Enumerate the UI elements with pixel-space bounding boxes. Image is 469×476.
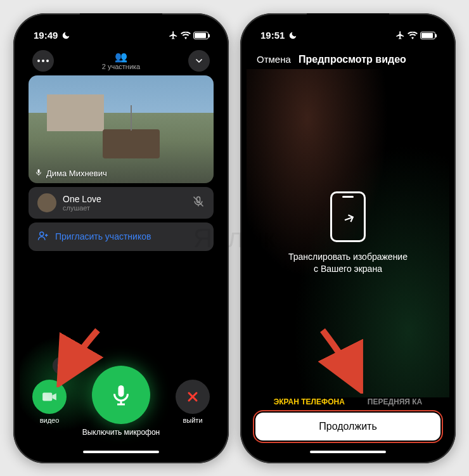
video-source-tabs: ЭКРАН ТЕЛЕФОНА ПЕРЕДНЯЯ КА — [247, 397, 449, 413]
tab-front-camera[interactable]: ПЕРЕДНЯЯ КА — [368, 397, 422, 406]
leave-call-button[interactable] — [176, 380, 210, 414]
status-time: 19:49 — [34, 30, 58, 41]
avatar — [37, 193, 56, 212]
mic-button-label: Выключить микрофон — [32, 428, 210, 437]
more-options-button[interactable] — [32, 50, 54, 72]
self-participant-name: Дима Михневич — [46, 169, 107, 178]
preview-header: Отмена Предпросмотр видео — [247, 48, 449, 69]
video-button-label: видео — [40, 416, 60, 424]
mic-indicator-icon — [35, 169, 42, 178]
people-icon: 👥 — [102, 51, 140, 63]
call-header: 👥 2 участника — [20, 48, 222, 75]
svg-rect-0 — [38, 169, 40, 173]
do-not-disturb-icon — [288, 31, 297, 40]
preview-title: Предпросмотр видео — [266, 54, 439, 65]
self-video-tile[interactable]: Дима Михневич — [29, 75, 214, 183]
cast-text-line1: Транслировать изображение — [288, 251, 408, 263]
screen-call: 19:49 👥 2 участника — [20, 20, 222, 457]
video-button[interactable] — [32, 380, 67, 414]
tab-phone-screen[interactable]: ЭКРАН ТЕЛЕФОНА — [274, 397, 345, 406]
svg-rect-3 — [42, 392, 52, 401]
participants-count: 2 участника — [102, 63, 140, 70]
participants-info[interactable]: 👥 2 участника — [102, 51, 140, 70]
battery-icon — [193, 32, 209, 39]
svg-rect-4 — [119, 385, 124, 397]
phone-left: 19:49 👥 2 участника — [13, 13, 229, 463]
switch-camera-button[interactable] — [53, 357, 70, 375]
leave-button-label: выйти — [183, 416, 202, 424]
continue-button[interactable]: Продолжить — [255, 413, 440, 441]
participant-name: One Love — [63, 194, 186, 204]
home-indicator[interactable] — [83, 451, 159, 453]
airplane-mode-icon — [169, 30, 178, 40]
airplane-mode-icon — [395, 30, 405, 40]
wifi-icon — [408, 32, 418, 39]
call-controls: видео выйти Выключить микрофон — [20, 366, 222, 451]
participant-row[interactable]: One Love слушает — [29, 187, 214, 219]
notch — [307, 13, 389, 30]
status-time: 19:51 — [260, 30, 285, 41]
wifi-icon — [181, 32, 191, 39]
invite-label: Пригласить участников — [55, 231, 151, 241]
cast-text-line2: с Вашего экрана — [288, 263, 408, 275]
svg-point-2 — [40, 232, 44, 236]
participant-status: слушает — [63, 204, 186, 212]
do-not-disturb-icon — [61, 31, 70, 40]
phone-right: 19:51 Отмена Предпросмотр видео — [240, 13, 456, 463]
invite-icon — [37, 230, 49, 243]
battery-icon — [420, 32, 435, 39]
preview-body: Транслировать изображение с Вашего экран… — [247, 69, 449, 397]
screen-preview: 19:51 Отмена Предпросмотр видео — [247, 20, 449, 457]
collapse-button[interactable] — [188, 50, 210, 72]
notch — [80, 13, 162, 30]
invite-participants-button[interactable]: Пригласить участников — [29, 222, 214, 251]
screen-cast-icon — [330, 191, 366, 242]
video-preview — [29, 75, 214, 183]
muted-mic-icon — [192, 195, 205, 210]
mute-mic-button[interactable] — [92, 366, 150, 424]
home-indicator[interactable] — [310, 451, 386, 453]
